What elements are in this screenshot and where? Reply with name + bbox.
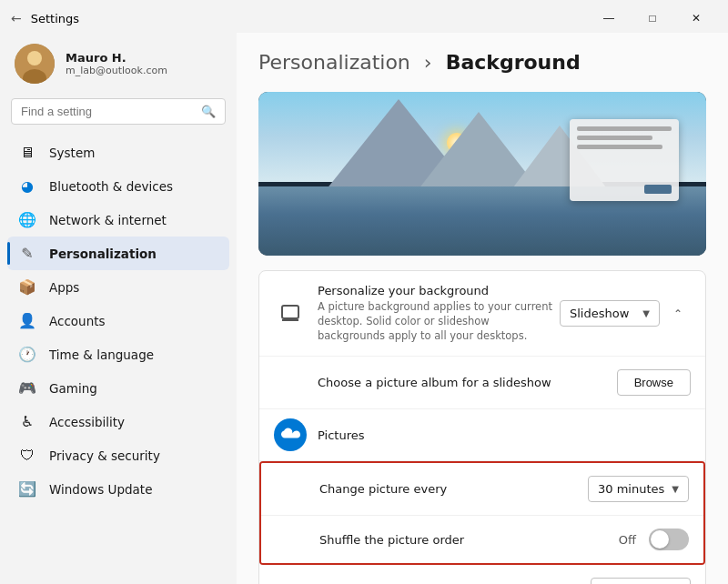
apps-icon: 📦 — [18, 278, 36, 296]
background-type-dropdown[interactable]: Slideshow ▼ — [560, 300, 660, 327]
user-name: Mauro H. — [66, 51, 167, 65]
shuffle-label: Shuffle the picture order — [319, 533, 619, 547]
sidebar-item-privacy[interactable]: 🛡 Privacy & security — [7, 438, 229, 472]
breadcrumb-separator: › — [424, 51, 432, 74]
title-bar-title: Settings — [31, 12, 79, 25]
user-panel: Mauro H. m_lab@outlook.com — [0, 33, 237, 98]
time-icon: 🕐 — [18, 346, 36, 363]
accessibility-icon: ♿ — [18, 413, 36, 430]
sidebar-item-label: Network & internet — [49, 213, 167, 227]
close-button[interactable]: ✕ — [675, 5, 717, 31]
browse-button[interactable]: Browse — [617, 369, 691, 396]
page-header: Personalization › Background — [258, 51, 706, 74]
sidebar-item-network[interactable]: 🌐 Network & internet — [7, 203, 229, 237]
system-icon: 🖥 — [18, 144, 36, 161]
personalize-row: Personalize your background A picture ba… — [259, 271, 705, 357]
album-row: Choose a picture album for a slideshow B… — [259, 357, 705, 409]
title-bar-left: ← Settings — [11, 11, 79, 25]
sidebar-item-label: Windows Update — [49, 482, 152, 497]
dropdown-value: Slideshow — [570, 307, 629, 320]
sidebar-item-label: Personalization — [49, 247, 157, 261]
sidebar-item-bluetooth[interactable]: ◕ Bluetooth & devices — [7, 169, 229, 203]
breadcrumb-parent: Personalization — [258, 51, 410, 74]
minimize-button[interactable]: — — [588, 5, 630, 31]
sidebar-item-accounts[interactable]: 👤 Accounts — [7, 304, 229, 337]
shuffle-toggle[interactable] — [649, 529, 689, 550]
preview-line-2 — [577, 136, 652, 140]
svg-point-1 — [27, 51, 42, 65]
sidebar-item-label: Apps — [49, 280, 79, 295]
change-picture-control[interactable]: 30 minutes ▼ — [588, 476, 689, 502]
accounts-icon: 👤 — [18, 312, 36, 329]
onedrive-icon — [274, 418, 307, 451]
chevron-down-icon: ▼ — [642, 308, 650, 318]
pictures-label: Pictures — [318, 428, 364, 442]
fit-dropdown[interactable]: Fill ▼ — [591, 578, 691, 584]
user-info: Mauro H. m_lab@outlook.com — [66, 51, 167, 76]
shuffle-row: Shuffle the picture order Off — [261, 516, 703, 563]
chevron-down-icon-2: ▼ — [672, 484, 679, 494]
bluetooth-icon: ◕ — [18, 177, 36, 195]
sidebar-item-label: Time & language — [49, 347, 154, 362]
shuffle-control: Off — [619, 529, 689, 550]
change-picture-label: Change picture every — [319, 482, 588, 496]
album-text: Choose a picture album for a slideshow — [318, 376, 617, 389]
shuffle-text: Shuffle the picture order — [319, 533, 619, 547]
back-icon[interactable]: ← — [11, 11, 22, 25]
settings-card-main: Personalize your background A picture ba… — [258, 270, 706, 584]
update-icon: 🔄 — [18, 480, 36, 498]
search-box[interactable]: 🔍 — [11, 98, 226, 125]
preview-window — [570, 119, 679, 201]
preview-landscape — [258, 92, 706, 256]
sidebar-item-personalization[interactable]: ✎ Personalization — [7, 237, 229, 270]
search-input[interactable] — [21, 105, 194, 118]
network-icon: 🌐 — [18, 211, 36, 228]
sidebar-item-label: Gaming — [49, 381, 97, 396]
sidebar-item-accessibility[interactable]: ♿ Accessibility — [7, 405, 229, 438]
sidebar-item-label: Accounts — [49, 314, 106, 328]
change-picture-dropdown[interactable]: 30 minutes ▼ — [588, 476, 689, 502]
album-control[interactable]: Browse — [617, 369, 691, 396]
gaming-icon: 🎮 — [18, 379, 36, 397]
change-picture-row: Change picture every 30 minutes ▼ — [261, 463, 703, 516]
app-body: Mauro H. m_lab@outlook.com 🔍 🖥 System ◕ … — [0, 33, 728, 584]
main-content: Personalization › Background — [237, 33, 728, 584]
personalize-icon — [274, 297, 307, 330]
shuffle-value: Off — [619, 533, 636, 547]
personalize-desc: A picture background applies to your cur… — [318, 299, 560, 343]
collapse-button[interactable]: ⌃ — [665, 301, 691, 327]
pictures-row: Pictures — [259, 409, 705, 461]
preview-line-1 — [577, 126, 672, 131]
fit-control[interactable]: Fill ▼ — [591, 578, 691, 584]
sidebar-item-label: System — [49, 146, 95, 160]
personalize-label: Personalize your background — [318, 284, 560, 297]
nav-list: 🖥 System ◕ Bluetooth & devices 🌐 Network… — [0, 136, 237, 506]
highlighted-section: Change picture every 30 minutes ▼ Shuffl… — [259, 461, 705, 565]
breadcrumb: Personalization › Background — [258, 51, 706, 74]
change-picture-text: Change picture every — [319, 482, 588, 496]
preview-line-3 — [577, 145, 662, 149]
desktop-preview — [258, 92, 706, 256]
personalize-control[interactable]: Slideshow ▼ ⌃ — [560, 300, 691, 327]
sidebar-item-gaming[interactable]: 🎮 Gaming — [7, 371, 229, 405]
breadcrumb-current: Background — [446, 51, 581, 74]
user-email: m_lab@outlook.com — [66, 65, 167, 76]
maximize-button[interactable]: □ — [632, 5, 673, 31]
preview-window-btn — [644, 185, 672, 194]
sidebar-item-system[interactable]: 🖥 System — [7, 136, 229, 169]
sidebar-item-time[interactable]: 🕐 Time & language — [7, 337, 229, 371]
personalization-icon: ✎ — [18, 245, 36, 262]
fit-row: Choose a fit for your desktop image Fill… — [259, 565, 705, 584]
sidebar: Mauro H. m_lab@outlook.com 🔍 🖥 System ◕ … — [0, 33, 237, 584]
album-label: Choose a picture album for a slideshow — [318, 376, 617, 389]
sidebar-item-label: Accessibility — [49, 415, 125, 429]
title-bar-controls: — □ ✕ — [588, 5, 717, 31]
privacy-icon: 🛡 — [18, 447, 36, 464]
svg-rect-3 — [282, 306, 298, 318]
sidebar-item-label: Privacy & security — [49, 448, 160, 463]
sidebar-item-update[interactable]: 🔄 Windows Update — [7, 472, 229, 506]
sidebar-item-apps[interactable]: 📦 Apps — [7, 270, 229, 304]
title-bar: ← Settings — □ ✕ — [0, 0, 728, 33]
change-picture-value: 30 minutes — [598, 482, 664, 496]
search-icon: 🔍 — [201, 105, 216, 118]
